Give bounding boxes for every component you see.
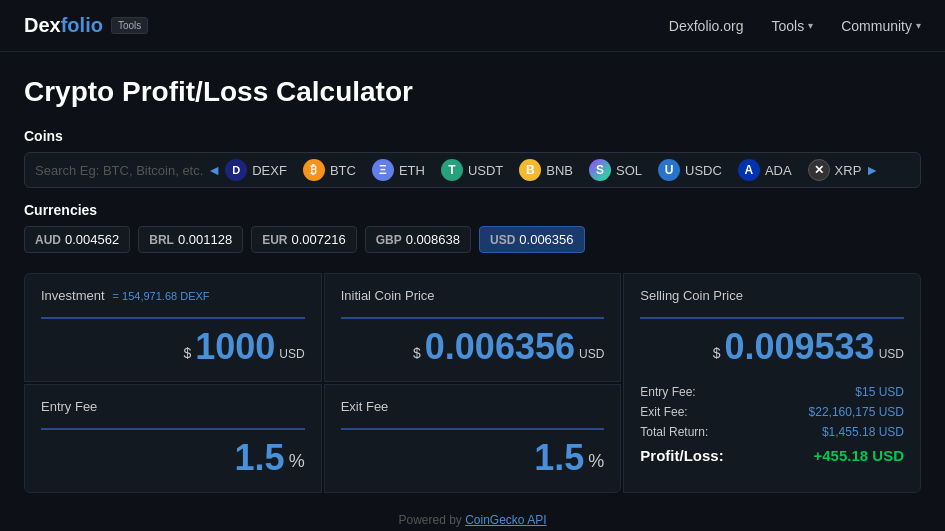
xrp-icon: ✕: [808, 159, 830, 181]
coins-row: Search Eg: BTC, Bitcoin, etc. ◄ D DEXF ₿…: [24, 152, 921, 188]
coin-item-usdc[interactable]: U USDC: [658, 159, 722, 181]
selling-price-currency-symbol: $: [713, 345, 721, 365]
selling-price-value[interactable]: 0.009533: [724, 329, 874, 365]
currencies-section-label: Currencies: [24, 202, 921, 218]
community-chevron-icon: ▾: [916, 20, 921, 31]
page-title: Crypto Profit/Loss Calculator: [24, 76, 921, 108]
investment-subtitle: = 154,971.68 DEXF: [113, 290, 210, 302]
entry-fee-card: Entry Fee 1.5 %: [24, 384, 322, 493]
investment-unit: USD: [279, 347, 304, 365]
investment-currency-symbol: $: [183, 345, 191, 365]
initial-price-unit: USD: [579, 347, 604, 365]
initial-price-title-row: Initial Coin Price: [341, 288, 605, 303]
aud-code: AUD: [35, 233, 61, 247]
summary-entry-fee-row: Entry Fee: $15 USD: [640, 385, 904, 399]
ada-label: ADA: [765, 163, 792, 178]
bnb-label: BNB: [546, 163, 573, 178]
selling-summary-card: Selling Coin Price $ 0.009533 USD Entry …: [623, 273, 921, 493]
selling-price-title-row: Selling Coin Price: [640, 288, 904, 303]
eth-icon: Ξ: [372, 159, 394, 181]
exit-fee-card: Exit Fee 1.5 %: [324, 384, 622, 493]
summary-entry-fee-label: Entry Fee:: [640, 385, 695, 399]
logo-folio: folio: [61, 14, 103, 36]
nav-tools[interactable]: Tools ▾: [772, 18, 814, 34]
initial-price-currency-symbol: $: [413, 345, 421, 365]
profit-loss-row: Profit/Loss: +455.18 USD: [640, 447, 904, 464]
entry-fee-label: Entry Fee: [41, 399, 97, 414]
gbp-value: 0.008638: [406, 232, 460, 247]
currency-usd[interactable]: USD 0.006356: [479, 226, 585, 253]
coin-item-xrp[interactable]: ✕ XRP: [808, 159, 862, 181]
entry-fee-input-row: 1.5 %: [41, 428, 305, 476]
nav: Dexfolio.org Tools ▾ Community ▾: [669, 18, 921, 34]
usd-value: 0.006356: [519, 232, 573, 247]
summary-exit-fee-row: Exit Fee: $22,160,175 USD: [640, 405, 904, 419]
nav-site-link[interactable]: Dexfolio.org: [669, 18, 744, 34]
currency-aud[interactable]: AUD 0.004562: [24, 226, 130, 253]
bnb-icon: B: [519, 159, 541, 181]
sol-label: SOL: [616, 163, 642, 178]
coins-section-label: Coins: [24, 128, 921, 144]
btc-label: BTC: [330, 163, 356, 178]
usdt-label: USDT: [468, 163, 503, 178]
footer: Powered by CoinGecko API: [24, 509, 921, 527]
logo: Dexfolio: [24, 14, 103, 37]
selling-price-label: Selling Coin Price: [640, 288, 743, 303]
coin-item-btc[interactable]: ₿ BTC: [303, 159, 356, 181]
summary-total-return-value: $1,455.18 USD: [822, 425, 904, 439]
dexf-label: DEXF: [252, 163, 287, 178]
investment-card: Investment = 154,971.68 DEXF $ 1000 USD: [24, 273, 322, 382]
investment-title-row: Investment = 154,971.68 DEXF: [41, 288, 305, 303]
coin-item-usdt[interactable]: T USDT: [441, 159, 503, 181]
coin-item-sol[interactable]: S SOL: [589, 159, 642, 181]
exit-fee-label: Exit Fee: [341, 399, 389, 414]
coins-nav-right-icon[interactable]: ►: [861, 162, 883, 178]
coin-item-bnb[interactable]: B BNB: [519, 159, 573, 181]
coin-list: D DEXF ₿ BTC Ξ ETH T USDT B BNB: [225, 159, 861, 181]
coin-item-eth[interactable]: Ξ ETH: [372, 159, 425, 181]
xrp-label: XRP: [835, 163, 862, 178]
gbp-code: GBP: [376, 233, 402, 247]
usdt-icon: T: [441, 159, 463, 181]
coingecko-link[interactable]: CoinGecko API: [465, 513, 546, 527]
sol-icon: S: [589, 159, 611, 181]
initial-price-input-row: $ 0.006356 USD: [341, 317, 605, 365]
currency-brl[interactable]: BRL 0.001128: [138, 226, 243, 253]
coin-item-ada[interactable]: A ADA: [738, 159, 792, 181]
usd-code: USD: [490, 233, 515, 247]
summary-total-return-label: Total Return:: [640, 425, 708, 439]
entry-fee-value[interactable]: 1.5: [235, 440, 285, 476]
investment-label: Investment: [41, 288, 105, 303]
usdc-label: USDC: [685, 163, 722, 178]
exit-fee-unit: %: [588, 451, 604, 476]
exit-fee-value[interactable]: 1.5: [534, 440, 584, 476]
summary-exit-fee-value: $22,160,175 USD: [809, 405, 904, 419]
initial-price-card: Initial Coin Price $ 0.006356 USD: [324, 273, 622, 382]
eur-code: EUR: [262, 233, 287, 247]
summary-exit-fee-label: Exit Fee:: [640, 405, 687, 419]
profit-loss-label: Profit/Loss:: [640, 447, 723, 464]
logo-dex: Dex: [24, 14, 61, 36]
ada-icon: A: [738, 159, 760, 181]
calculator-grid: Investment = 154,971.68 DEXF $ 1000 USD …: [24, 273, 921, 493]
nav-community[interactable]: Community ▾: [841, 18, 921, 34]
exit-fee-title-row: Exit Fee: [341, 399, 605, 414]
main-content: Crypto Profit/Loss Calculator Coins Sear…: [0, 52, 945, 531]
footer-text: Powered by: [398, 513, 465, 527]
summary-section: Entry Fee: $15 USD Exit Fee: $22,160,175…: [640, 385, 904, 464]
investment-value[interactable]: 1000: [195, 329, 275, 365]
nav-tools-label: Tools: [772, 18, 805, 34]
eth-label: ETH: [399, 163, 425, 178]
currency-gbp[interactable]: GBP 0.008638: [365, 226, 471, 253]
exit-fee-input-row: 1.5 %: [341, 428, 605, 476]
coins-search-placeholder[interactable]: Search Eg: BTC, Bitcoin, etc.: [35, 163, 203, 178]
btc-icon: ₿: [303, 159, 325, 181]
coins-nav-left-icon[interactable]: ◄: [203, 162, 225, 178]
coin-item-dexf[interactable]: D DEXF: [225, 159, 287, 181]
initial-price-value[interactable]: 0.006356: [425, 329, 575, 365]
currency-eur[interactable]: EUR 0.007216: [251, 226, 357, 253]
brl-value: 0.001128: [178, 232, 232, 247]
tools-badge: Tools: [111, 17, 148, 34]
dexf-icon: D: [225, 159, 247, 181]
selling-price-input-row: $ 0.009533 USD: [640, 317, 904, 365]
